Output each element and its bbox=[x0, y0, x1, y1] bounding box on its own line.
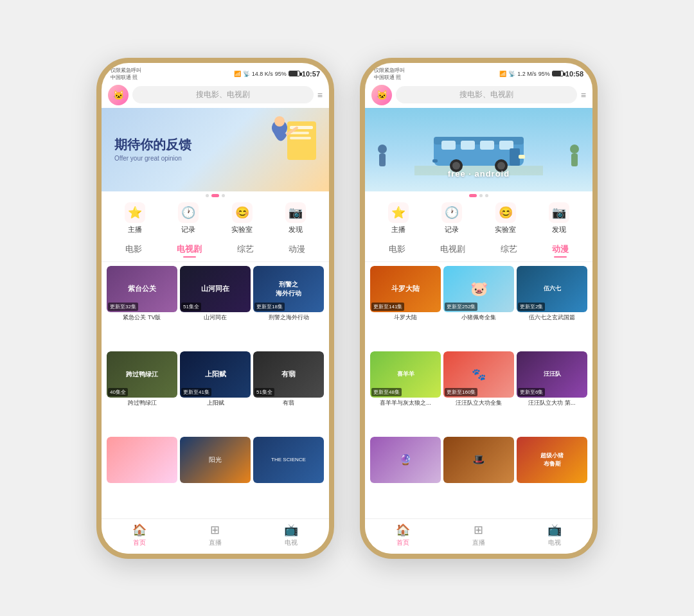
home-icon-2: 🏠 bbox=[396, 523, 410, 537]
label-a1-3: 伍六七之玄武国篇 bbox=[517, 313, 587, 322]
settings-icon-1[interactable]: ≡ bbox=[317, 90, 323, 100]
content-item-1-2[interactable]: 山河同在 51集全 山河同在 bbox=[180, 266, 251, 344]
settings-icon-2[interactable]: ≡ bbox=[581, 90, 586, 100]
quick-nav-1: ⭐ 主播 🕐 记录 😊 实验室 📷 发现 bbox=[102, 198, 329, 240]
nav-icon-zhubo-1: ⭐ bbox=[125, 202, 145, 223]
svg-rect-22 bbox=[379, 154, 386, 166]
tv-label-2: 电视 bbox=[548, 538, 561, 547]
status-right-1: 📶 📡 14.8 K/s 95% 10:57 bbox=[234, 70, 320, 78]
live-icon-2: ⊞ bbox=[474, 523, 483, 537]
thumb-a3-3: 超级小猪布鲁斯 bbox=[517, 437, 587, 483]
badge-a1-1: 更新至141集 bbox=[371, 303, 404, 311]
svg-rect-10 bbox=[441, 141, 456, 150]
thumb-a2-3: 汪汪队 更新至6集 bbox=[517, 351, 587, 398]
nav-item-record-1[interactable]: 🕐 记录 bbox=[178, 202, 199, 234]
banner-figure-1 bbox=[262, 112, 319, 191]
content-row3-1: 阳光 THE SCIENCE bbox=[102, 433, 329, 518]
content-item-a3-1[interactable]: 🔮 bbox=[370, 437, 441, 515]
svg-point-5 bbox=[274, 116, 285, 127]
nav-item-lab-1[interactable]: 😊 实验室 bbox=[231, 202, 253, 234]
nav-item-record-2[interactable]: 🕐 记录 bbox=[441, 202, 462, 234]
content-row1-1: 紫台公关 更新至32集 紧急公关 TV版 山河同在 51集全 bbox=[102, 262, 329, 348]
home-label-1: 首页 bbox=[133, 538, 146, 547]
nav-icon-record-1: 🕐 bbox=[178, 202, 199, 223]
thumb-3-2: 阳光 bbox=[180, 437, 251, 483]
phone-2: 仅限紧急呼叫 中国联通 照 📶 📡 1.2 M/s 95% 10:58 🐱 搜电… bbox=[360, 58, 598, 559]
content-item-a1-1[interactable]: 斗罗大陆 更新至141集 斗罗大陆 bbox=[370, 266, 441, 344]
label-2-3: 有翡 bbox=[253, 399, 324, 407]
phone-frame-2: 仅限紧急呼叫 中国联通 照 📶 📡 1.2 M/s 95% 10:58 🐱 搜电… bbox=[360, 58, 598, 559]
bottom-nav-home-1[interactable]: 🏠 首页 bbox=[132, 523, 147, 547]
thumb-1-1: 紫台公关 更新至32集 bbox=[107, 266, 177, 312]
bus-svg bbox=[414, 124, 543, 175]
banner-2[interactable]: free · android bbox=[365, 108, 592, 191]
svg-rect-11 bbox=[461, 141, 475, 150]
content-item-2-3[interactable]: 有翡 51集全 有翡 bbox=[253, 351, 324, 429]
nav-icon-discover-2: 📷 bbox=[549, 202, 569, 223]
svg-point-21 bbox=[378, 145, 387, 154]
search-input-1[interactable]: 搜电影、电视剧 bbox=[132, 86, 314, 103]
thumb-a2-1: 喜羊羊 更新至48集 bbox=[370, 351, 441, 398]
tab-movie-2[interactable]: 电影 bbox=[389, 243, 405, 258]
thumb-a3-1: 🔮 bbox=[370, 437, 441, 483]
wifi-icon-1: 📡 bbox=[243, 71, 250, 77]
tab-variety-1[interactable]: 综艺 bbox=[237, 243, 254, 258]
content-item-a2-3[interactable]: 汪汪队 更新至6集 汪汪队立大功 第... bbox=[517, 351, 587, 429]
nav-icon-lab-2: 😊 bbox=[495, 202, 516, 223]
content-item-2-1[interactable]: 跨过鸭绿江 40集全 跨过鸭绿江 bbox=[107, 351, 177, 429]
content-item-a1-2[interactable]: 🐷 更新至252集 小猪佩奇全集 bbox=[443, 266, 514, 344]
bottom-nav-live-1[interactable]: ⊞ 直播 bbox=[209, 523, 222, 547]
content-row1-2: 斗罗大陆 更新至141集 斗罗大陆 🐷 更新至252集 bbox=[365, 262, 592, 348]
label-2-2: 上阳赋 bbox=[180, 399, 251, 407]
nav-item-zhubo-2[interactable]: ⭐ 主播 bbox=[388, 202, 409, 234]
thumb-a3-2: 🎩 bbox=[443, 437, 514, 483]
tab-movie-1[interactable]: 电影 bbox=[125, 243, 142, 258]
tab-anime-2[interactable]: 动漫 bbox=[552, 243, 569, 258]
avatar-1[interactable]: 🐱 bbox=[108, 85, 129, 105]
content-item-a3-3[interactable]: 超级小猪布鲁斯 bbox=[517, 437, 587, 515]
content-item-2-2[interactable]: 上阳赋 更新至41集 上阳赋 bbox=[180, 351, 251, 429]
content-item-a1-3[interactable]: 伍六七 更新至2集 伍六七之玄武国篇 bbox=[517, 266, 587, 344]
nav-item-lab-2[interactable]: 😊 实验室 bbox=[495, 202, 516, 234]
tab-tv-2[interactable]: 电视剧 bbox=[440, 243, 465, 258]
content-item-a3-2[interactable]: 🎩 bbox=[443, 437, 514, 515]
dot-3 bbox=[222, 194, 225, 197]
avatar-2[interactable]: 🐱 bbox=[371, 85, 392, 105]
tab-variety-2[interactable]: 综艺 bbox=[501, 243, 517, 258]
category-tabs-1: 电影 电视剧 综艺 动漫 bbox=[102, 240, 329, 262]
search-input-2[interactable]: 搜电影、电视剧 bbox=[396, 86, 577, 103]
battery-icon-1 bbox=[289, 71, 300, 76]
battery-icon-2 bbox=[552, 71, 564, 76]
bottom-nav-home-2[interactable]: 🏠 首页 bbox=[396, 523, 410, 547]
label-a1-1: 斗罗大陆 bbox=[370, 313, 441, 322]
nav-item-discover-2[interactable]: 📷 发现 bbox=[549, 202, 569, 234]
badge-a2-3: 更新至6集 bbox=[518, 388, 545, 396]
tab-anime-1[interactable]: 动漫 bbox=[289, 243, 305, 258]
bottom-nav-tv-1[interactable]: 📺 电视 bbox=[284, 523, 298, 547]
banner-1[interactable]: 期待你的反馈 Offer your great opinion bbox=[102, 108, 329, 191]
quick-nav-2: ⭐ 主播 🕐 记录 😊 实验室 📷 发现 bbox=[365, 198, 592, 240]
content-item-3-3[interactable]: THE SCIENCE bbox=[253, 437, 324, 515]
content-item-3-1[interactable] bbox=[107, 437, 177, 515]
thumb-1-3: 刑警之海外行动 更新至18集 bbox=[253, 266, 324, 312]
badge-a1-3: 更新至2集 bbox=[518, 303, 545, 311]
content-item-1-1[interactable]: 紫台公关 更新至32集 紧急公关 TV版 bbox=[107, 266, 177, 344]
signal-icon-1: 📶 bbox=[234, 71, 241, 77]
bottom-nav-tv-2[interactable]: 📺 电视 bbox=[547, 523, 562, 547]
thumb-a1-2: 🐷 更新至252集 bbox=[443, 266, 514, 312]
status-bar-2: 仅限紧急呼叫 中国联通 照 📶 📡 1.2 M/s 95% 10:58 bbox=[365, 63, 592, 82]
content-item-3-2[interactable]: 阳光 bbox=[180, 437, 251, 515]
content-item-1-3[interactable]: 刑警之海外行动 更新至18集 刑警之海外行动 bbox=[253, 266, 324, 344]
label-a2-1: 喜羊羊与灰太狼之... bbox=[370, 399, 441, 407]
label-a2-2: 汪汪队立大功全集 bbox=[443, 399, 514, 407]
content-item-a2-1[interactable]: 喜羊羊 更新至48集 喜羊羊与灰太狼之... bbox=[370, 351, 441, 429]
nav-label-discover-2: 发现 bbox=[552, 225, 566, 234]
bottom-nav-live-2[interactable]: ⊞ 直播 bbox=[472, 523, 485, 547]
nav-label-discover-1: 发现 bbox=[289, 225, 303, 234]
tab-tv-1[interactable]: 电视剧 bbox=[177, 243, 202, 258]
content-item-a2-2[interactable]: 🐾 更新至160集 汪汪队立大功全集 bbox=[443, 351, 514, 429]
nav-item-discover-1[interactable]: 📷 发现 bbox=[285, 202, 306, 234]
nav-item-zhubo-1[interactable]: ⭐ 主播 bbox=[125, 202, 145, 234]
nav-label-lab-1: 实验室 bbox=[231, 225, 253, 234]
svg-rect-13 bbox=[499, 141, 513, 150]
